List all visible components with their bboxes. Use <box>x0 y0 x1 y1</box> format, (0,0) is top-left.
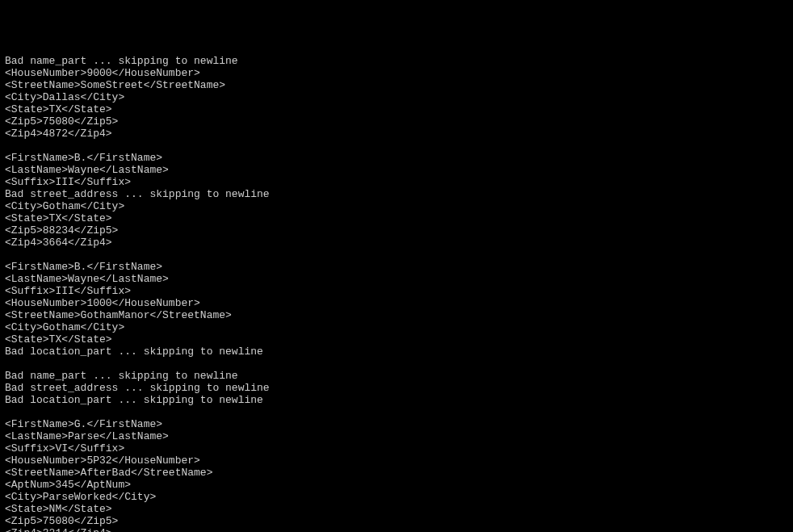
terminal-output: Bad name_part ... skipping to newline <H… <box>5 55 788 532</box>
